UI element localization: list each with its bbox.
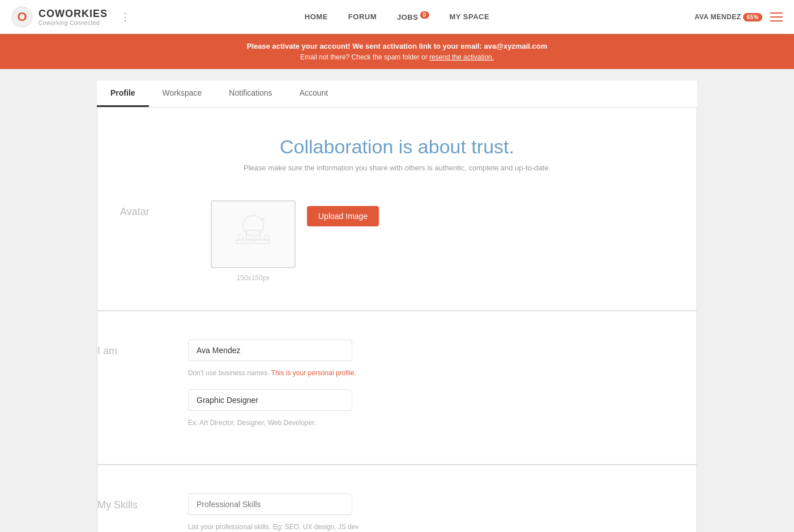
avatar-placeholder: ★ — [211, 200, 296, 268]
svg-point-7 — [238, 234, 244, 240]
nav-forum[interactable]: FORUM — [348, 12, 377, 21]
resend-activation-link[interactable]: resend the activation. — [429, 53, 494, 61]
skills-input[interactable] — [188, 494, 352, 515]
user-name: AVA MENDEZ65% — [694, 13, 762, 21]
hamburger-menu-icon[interactable] — [770, 12, 783, 22]
iam-fields: Don't use business names. This is your p… — [188, 340, 697, 436]
avatar-size-hint: 150x150px — [237, 274, 270, 282]
avatar-label: Avatar — [120, 200, 188, 218]
activation-sub-text: Email not there? Check the spam folder o… — [11, 53, 783, 61]
skills-label: My Skills — [97, 494, 165, 511]
iam-label: I am — [97, 340, 165, 357]
progress-badge: 65% — [743, 13, 762, 22]
hero-title: Collaboration is about trust. — [120, 136, 674, 158]
main-nav: HOME FORUM JOBS0 MY SPACE — [305, 12, 489, 22]
tab-account[interactable]: Account — [286, 80, 342, 107]
upload-image-button[interactable]: Upload Image — [307, 206, 379, 226]
tab-profile[interactable]: Profile — [97, 80, 149, 107]
activation-main-text: Please activate your account! We sent ac… — [11, 42, 783, 50]
nav-home[interactable]: HOME — [305, 12, 328, 21]
role-input[interactable] — [188, 389, 352, 411]
skills-section: My Skills List your professional skills.… — [97, 465, 697, 532]
iam-section: I am Don't use business names. This is y… — [97, 311, 697, 465]
nav-jobs[interactable]: JOBS0 — [397, 12, 429, 22]
skills-hint: List your professional skills. Eg: SEO, … — [188, 523, 697, 531]
tabs-bar: Profile Workspace Notifications Account — [97, 80, 697, 108]
logo-text: COWORKIES Coworking Connected — [39, 8, 108, 26]
iam-row: I am Don't use business names. This is y… — [97, 328, 697, 447]
name-hint: Don't use business names. This is your p… — [188, 369, 697, 377]
logo-icon: O — [11, 6, 33, 28]
name-input[interactable] — [188, 340, 352, 361]
skills-fields: List your professional skills. Eg: SEO, … — [188, 494, 697, 532]
role-hint: Ex: Art Director, Designer, Web Develope… — [188, 419, 697, 427]
tab-notifications[interactable]: Notifications — [215, 80, 285, 107]
avatar-row: ★ 150x150px Upload Image — [211, 200, 379, 282]
avatar-section: Avatar ★ — [120, 189, 674, 293]
nav-myspace[interactable]: MY SPACE — [449, 12, 489, 21]
tab-workspace[interactable]: Workspace — [149, 80, 216, 107]
svg-text:O: O — [17, 10, 27, 24]
header: O COWORKIES Coworking Connected ⋮ HOME F… — [0, 0, 794, 34]
jobs-badge: 0 — [420, 11, 429, 19]
main-content: Profile Workspace Notifications Account … — [86, 80, 708, 532]
hero-section: Collaboration is about trust. Please mak… — [120, 125, 674, 189]
skills-row: My Skills List your professional skills.… — [97, 482, 697, 532]
avatar-illustration: ★ — [225, 209, 281, 260]
hero-subtitle: Please make sure the information you sha… — [120, 164, 674, 172]
header-right: AVA MENDEZ65% — [694, 12, 783, 22]
personal-profile-link[interactable]: This is your personal profile. — [271, 369, 356, 377]
activation-banner: Please activate your account! We sent ac… — [0, 34, 794, 69]
logo-name: COWORKIES — [39, 8, 108, 20]
more-options-icon[interactable]: ⋮ — [120, 11, 130, 23]
svg-text:★: ★ — [260, 215, 266, 223]
logo-area: O COWORKIES Coworking Connected ⋮ — [11, 6, 130, 28]
profile-card: Collaboration is about trust. Please mak… — [97, 108, 697, 311]
logo-subtitle: Coworking Connected — [39, 20, 108, 26]
avatar-container: ★ 150x150px — [211, 200, 296, 282]
